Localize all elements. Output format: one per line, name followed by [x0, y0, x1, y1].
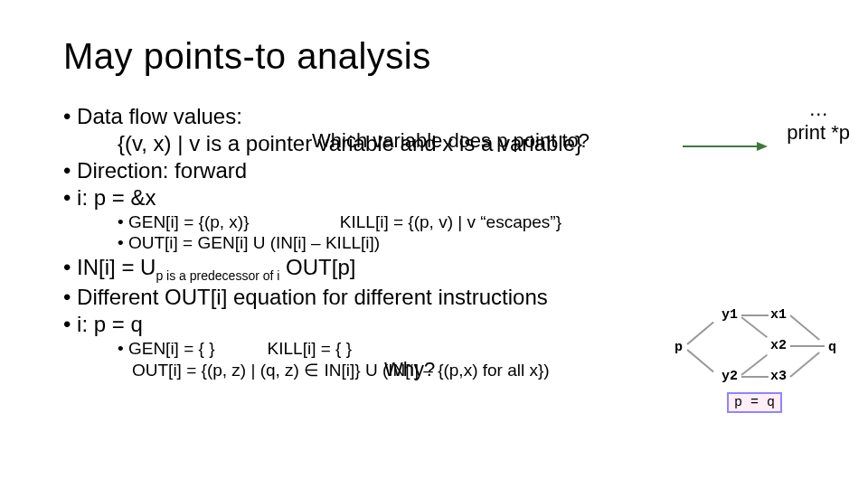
- edge: [741, 316, 768, 338]
- node-x2: x2: [770, 338, 787, 353]
- annotation-why: Why?: [384, 358, 435, 381]
- edge: [741, 376, 769, 378]
- annotation-question: Which variable does p point to?: [312, 129, 590, 153]
- edge: [789, 314, 819, 341]
- node-q: q: [828, 340, 836, 355]
- sub-kill-2: KILL[i] = { }: [268, 339, 353, 358]
- sub-gen-kill-1: GEN[i] = {(p, x)} KILL[i] = {(p, v) | v …: [118, 212, 868, 232]
- node-x1: x1: [770, 307, 787, 323]
- code-line-2: print *p: [787, 121, 850, 145]
- edge: [790, 345, 825, 347]
- edge: [686, 322, 713, 345]
- node-p: p: [675, 340, 683, 355]
- node-y2: y2: [722, 369, 738, 384]
- bullet-i1: i: p = &x: [63, 185, 868, 211]
- sub-gen-2: GEN[i] = { }: [118, 339, 215, 358]
- code-line-1: …: [787, 98, 850, 121]
- node-x3: x3: [770, 369, 787, 384]
- sub-gen-1: GEN[i] = {(p, x)}: [118, 212, 250, 231]
- slide: May points-to analysis … print *p Which …: [0, 0, 868, 488]
- edge: [789, 352, 819, 378]
- bullet-direction: Direction: forward: [63, 158, 868, 183]
- bullet-in: IN[i] = Up is a predecessor of i OUT[p]: [63, 255, 868, 283]
- diagram-box: p = q: [727, 392, 782, 413]
- page-title: May points-to analysis: [63, 36, 868, 77]
- code-snippet: … print *p: [787, 98, 850, 145]
- edge: [741, 314, 769, 316]
- in-sub: p is a predecessor of i: [156, 268, 279, 283]
- arrow-icon: [683, 141, 769, 152]
- in-lhs: IN[i] = U: [77, 255, 156, 279]
- svg-marker-1: [757, 142, 768, 151]
- bullet-dfv: Data flow values:: [63, 104, 868, 129]
- edge: [686, 349, 713, 372]
- edge: [741, 354, 768, 376]
- sub-out-1: OUT[i] = GEN[i] U (IN[i] – KILL[i]): [118, 233, 868, 253]
- points-to-diagram: p q y1 y2 x1 x2 x3 p = q: [675, 287, 846, 414]
- in-rhs: OUT[p]: [279, 255, 355, 279]
- sub-kill-1: KILL[i] = {(p, v) | v “escapes”}: [340, 212, 561, 231]
- node-y1: y1: [722, 307, 738, 323]
